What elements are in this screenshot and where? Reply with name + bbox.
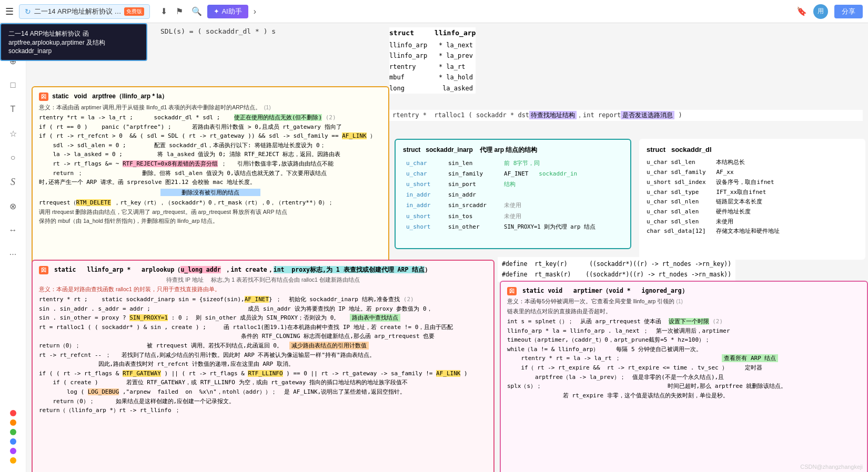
nav-more-icon[interactable]: › xyxy=(254,7,256,16)
table-row: u_charsin_familyAF_INET sockaddr_in xyxy=(403,169,623,179)
arplookup-line12: return（0）； 如果结点是这样创建的,应创建一个记录报文。 xyxy=(39,397,487,406)
arplookup-line3: sin . sin_other = proxy ? SIN_PROXY=1 : … xyxy=(39,313,487,323)
sidebar-icon-more[interactable]: ··· xyxy=(5,246,22,263)
define-macros: #define rt_key(r) ((sockaddr*)((r) -> rt… xyxy=(498,257,735,282)
avatar: 用 xyxy=(813,4,828,19)
arptfree-hl-del: 删除没有被引用的结点 xyxy=(39,188,382,198)
arptimer-line3: timeout（arptimer,（caddr_t）0，arpt_prune截剪… xyxy=(507,335,861,345)
nav-tab[interactable]: ↻ 二一14 ARP地址解析协议 … 免费版 xyxy=(19,4,150,19)
arptimer-line5: rtentry * rt = la -> la_rt ； 查看所有 ARP 结点 xyxy=(507,354,861,363)
color-dot-purple[interactable] xyxy=(10,448,16,454)
tab-label: 二一14 ARP地址解析协议 … xyxy=(34,7,121,16)
panel-arptimer: 囟 static void arptimer（void * ignored_ar… xyxy=(500,281,868,472)
nav-icons: ⬇ ⚑ 🔍 xyxy=(160,6,202,16)
panel-sockaddr-dl: struct sockaddr_dl u_char sdl_len 本结构总长 … xyxy=(639,139,865,260)
define-rt-key: #define rt_key(r) ((sockaddr*)((r) -> rt… xyxy=(502,259,731,270)
sidebar-icon-shape[interactable]: □ xyxy=(5,77,22,94)
left-sidebar: ≡ ⊕ □ T ☆ ○ S ⊗ ↔ ··· xyxy=(0,23,26,472)
arptimer-desc2: 链表里的结点对应的直接路由是否超时。 xyxy=(507,307,861,316)
struct-llinfo-arp: struct llinfo_arp llinfo_arp * la_next l… xyxy=(389,27,476,94)
arptfree-desc3: 保持的 mbuf（由 1a_hold 指针所指向)，并删除相应的 llinfo_… xyxy=(39,217,382,225)
arplookup-line6: return（0）； 被 rtrequest 调用。若找不到结点,此函返回 0。… xyxy=(39,341,487,351)
table-row: in_addrsin_srcaddr未使用 xyxy=(403,200,623,211)
nav-right: 🔖 用 分享 xyxy=(796,4,863,19)
llinfo-row4: mbuf * la_hold xyxy=(389,72,476,83)
define-rt-mask: #define rt_mask(r) ((sockaddr*)((r) -> r… xyxy=(502,270,731,280)
waiting-ip-note: 待查找 IP 地址 标志,为 1 表若找不到已有结点会由 ralloc1 创建新… xyxy=(39,275,487,284)
arplookup-line1: rtentry * rt ; static sockaddr_inarp sin… xyxy=(39,295,487,304)
arptfree-line2: if ( rt == 0 ) panic ("arptfree") ; 若路由表… xyxy=(39,122,382,132)
bookmark-icon[interactable]: ⚑ xyxy=(176,6,183,16)
ai-label: AI助手 xyxy=(221,7,241,16)
arptfree-rtrequest: rtrequest（RTM_DELETE ，rt_key（rt），（sockad… xyxy=(39,198,382,208)
sockaddr-inarp-title: struct sockaddr_inarp 代理 arp 结点的结构 xyxy=(403,145,623,156)
arplookup-line10: if ( create ) 若置位 RTF_GATEWAY，或 RTF_LLIN… xyxy=(39,378,487,387)
share-button[interactable]: 分享 xyxy=(834,5,863,18)
arplookup-line9: if ( ( rt -> rt_flags & RTF_GATEWAY ) ||… xyxy=(39,369,487,378)
search-icon[interactable]: 🔍 xyxy=(191,6,202,16)
table-row: u_shortsin_otherSIN_PROXY=1 则为代理 arp 结点 xyxy=(403,222,623,232)
ai-icon: ✦ xyxy=(214,7,219,15)
color-dot-orange[interactable] xyxy=(10,419,16,426)
rtalloc-header: rtentry * rtalloc1 ( sockaddr * dst待查找地址… xyxy=(389,110,863,121)
dropdown-text: 二一14 ARP地址解析协议 函arptfree,arplookup,arpti… xyxy=(8,29,139,55)
arplookup-line5: 条件的 RTF_CLONING 标志而创建新结点,那么函 arp_rtreque… xyxy=(39,332,487,341)
arptfree-line7: return ； 删除。但将 sdl_alen 值设为 0,该结点也就无效了。下… xyxy=(39,169,382,178)
main-content: SDL(s) = ( sockaddr_dl * ) s struct llin… xyxy=(26,23,868,472)
arptfree-line4: sdl -> sdl_alen = 0 ; 配置 sockaddr_dl，本函执… xyxy=(39,141,382,150)
refresh-icon: ↻ xyxy=(25,7,31,16)
color-dot-blue[interactable] xyxy=(10,438,16,445)
color-dot-green[interactable] xyxy=(10,429,16,435)
arplookup-line4: rt = rtalloc1 ( ( sockaddr* ) & sin , cr… xyxy=(39,323,487,332)
color-dots xyxy=(10,410,16,472)
arptimer-line4: while（la != & llinfo_arp） 每隔 5 分钟使自己被调用一… xyxy=(507,345,861,354)
nav-dropdown: 二一14 ARP地址解析协议 函arptfree,arplookup,arpti… xyxy=(0,23,147,61)
arptimer-line6: if（ rt -> rt_expire && rt -> rt_expire <… xyxy=(507,363,861,373)
color-dot-red[interactable] xyxy=(10,410,16,416)
menu-icon[interactable]: ☰ xyxy=(5,6,14,17)
top-nav: ☰ ↻ 二一14 ARP地址解析协议 … 免费版 ⬇ ⚑ 🔍 ✦ AI助手 › … xyxy=(0,0,868,23)
sidebar-icon-s[interactable]: S xyxy=(5,173,22,190)
arplookup-line11: log ( LOG_DEBUG ,"arpnew failed on %x\n"… xyxy=(39,387,487,397)
download-icon[interactable]: ⬇ xyxy=(160,6,167,16)
ai-assistant-button[interactable]: ✦ AI助手 xyxy=(207,5,248,18)
sidebar-icon-star[interactable]: ☆ xyxy=(5,125,22,142)
llinfo-row3: rtentry * la_rt xyxy=(389,61,476,72)
llinfo-title: struct llinfo_arp xyxy=(389,27,476,39)
table-row: in_addrsin_addr xyxy=(403,190,623,200)
arptfree-line3: if ( rt -> rt_refcnt > 0 && ( sdl = SDL … xyxy=(39,131,382,141)
arptfree-title: 囟 static void arptfree（llinfo_arp * la） xyxy=(39,91,382,101)
arptfree-desc2: 调用 rtrequest 删除路由由结点，它又调用了 arp_rtrequest… xyxy=(39,208,382,217)
arptimer-line1: int s = splnet（）； 从函 arp_rtrequest 使本函 设… xyxy=(507,317,861,326)
arplookup-line13: return（（llinfo_arp *）rt -> rt_llinfo ； xyxy=(39,406,487,415)
arplookup-line7: rt -> rt_refcnt -- ； 若找到了结点,则减少结点的引用计数。因… xyxy=(39,351,487,360)
panel-sockaddr-inarp: struct sockaddr_inarp 代理 arp 结点的结构 u_cha… xyxy=(395,139,631,249)
arptfree-line1: rtentry *rt = la -> la_rt ; sockaddr_dl … xyxy=(39,113,382,122)
color-dot-yellow[interactable] xyxy=(10,457,16,464)
sdl-row1: u_char sdl_len 本结构总长 u_char sdl_family A… xyxy=(647,158,858,237)
arptfree-desc: 意义：本函由函 arptimer 调用,用于从链接 llinfo_d1 表项的列… xyxy=(39,103,382,112)
panel-arplookup: 囟 static llinfo_arp * arplookup（u_long a… xyxy=(32,260,494,472)
arptimer-line2: llinfo_arp * la = llinfo_arp . la_next ；… xyxy=(507,326,861,336)
arptimer-title: 囟 static void arptimer（void * ignored_ar… xyxy=(507,286,861,295)
arplookup-line2: sin . sin_addr . s_addr = addr ; 成员 sin_… xyxy=(39,304,487,314)
sidebar-icon-circle[interactable]: ○ xyxy=(5,149,22,166)
table-row: u_charsin_len前 8字节，同 xyxy=(403,158,623,169)
table-row: u_shortsin_tos未使用 xyxy=(403,211,623,222)
arptfree-line8: 时,还将产生一个 ARP 请求。函 srpresolve 图21.12 会校验 … xyxy=(39,178,382,187)
table-row: u_shortsin_port结构 xyxy=(403,179,623,190)
arplookup-title-line: 囟 static llinfo_arp * arplookup（u_long a… xyxy=(39,265,487,274)
llinfo-row2: llinfo_arp * la_prev xyxy=(389,50,476,61)
arplookup-line8: 因此,路由表查找时对 rt_refcnt 计数值的递增,应在这里由 ARP 取消… xyxy=(39,360,487,369)
llinfo-row1: llinfo_arp * la_next xyxy=(389,40,476,50)
sockaddr-inarp-table: u_charsin_len前 8字节，同 u_charsin_familyAF_… xyxy=(403,158,623,232)
sidebar-icon-text[interactable]: T xyxy=(5,101,22,118)
free-badge: 免费版 xyxy=(124,7,144,16)
sidebar-icon-cross[interactable]: ⊗ xyxy=(5,198,22,214)
sidebar-icon-arrow[interactable]: ↔ xyxy=(5,222,22,239)
sdl-formula: SDL(s) = ( sockaddr_dl * ) s xyxy=(160,27,276,35)
bookmark-icon2[interactable]: 🔖 xyxy=(796,6,807,16)
arptfree-line6: rt -> rt_flags &= ~ RTF_REJECT=0x8有差错的丢弃… xyxy=(39,159,382,169)
sockaddr-dl-title: struct sockaddr_dl xyxy=(647,144,858,155)
arptimer-line7: arptfree（la -> la_prev）； 值是非零的(不是一个永久结点)… xyxy=(507,373,861,382)
